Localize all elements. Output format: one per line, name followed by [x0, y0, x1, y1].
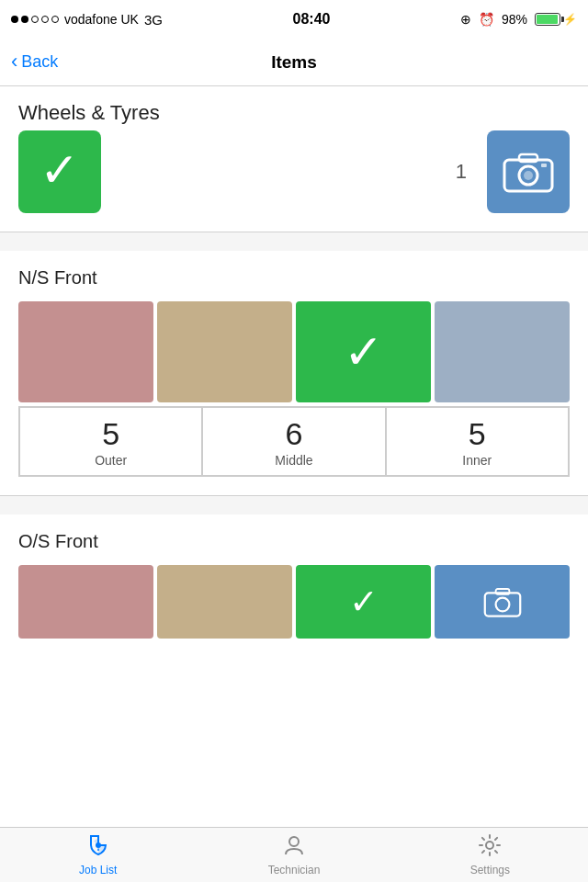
tread-middle-label: Middle [275, 453, 312, 468]
wheels-section-header: Wheels & Tyres [0, 86, 588, 130]
ns-color-bluegray[interactable] [435, 301, 570, 402]
carrier-text: vodafone UK [64, 12, 139, 27]
tread-outer-label: Outer [95, 453, 127, 468]
tab-job-list-label: Job List [79, 864, 117, 876]
svg-rect-2 [519, 154, 537, 162]
os-color-red[interactable] [18, 565, 153, 639]
battery-percent: 98% [502, 12, 527, 27]
wheels-section-title: Wheels & Tyres [18, 101, 160, 124]
os-camera-icon [483, 586, 522, 617]
wheels-check-button[interactable]: ✓ [18, 130, 101, 213]
ns-color-tan[interactable] [157, 301, 292, 402]
tread-grid: 5 Outer 6 Middle 5 Inner [18, 406, 570, 477]
camera-button[interactable] [487, 130, 570, 213]
status-right: ⊕ ⏰ 98% ⚡ [460, 12, 577, 27]
ns-check-icon: ✓ [344, 328, 384, 376]
os-front-title: O/S Front [18, 531, 570, 552]
photo-count: 1 [456, 160, 467, 184]
status-left: vodafone UK 3G [11, 12, 163, 28]
section-spacer-2 [0, 496, 588, 514]
back-button[interactable]: ‹ Back [11, 52, 58, 72]
nav-bar: ‹ Back Items [0, 39, 588, 86]
signal-dot-4 [41, 16, 49, 23]
back-chevron-icon: ‹ [11, 51, 17, 72]
os-color-blue[interactable] [435, 565, 570, 639]
time-display: 08:40 [293, 11, 331, 28]
os-color-green[interactable]: ✓ [296, 565, 431, 639]
os-check-icon: ✓ [349, 584, 379, 619]
lock-icon: ⊕ [460, 12, 471, 27]
svg-point-3 [524, 171, 533, 180]
svg-rect-5 [484, 594, 519, 616]
tab-bar: Job List Technician Settings [0, 827, 588, 882]
tread-inner-label: Inner [462, 453, 492, 468]
ns-color-red[interactable] [18, 301, 153, 402]
ns-front-title: N/S Front [18, 267, 570, 288]
tread-inner-value: 5 [469, 417, 486, 451]
os-color-tan[interactable] [157, 565, 292, 639]
tab-technician[interactable]: Technician [196, 833, 391, 876]
tab-job-list[interactable]: Job List [0, 833, 196, 876]
battery-indicator: ⚡ [535, 13, 577, 26]
camera-icon [503, 151, 554, 193]
tread-inner[interactable]: 5 Inner [386, 407, 569, 476]
signal-dot-3 [31, 16, 39, 23]
tread-middle-value: 6 [286, 417, 303, 451]
svg-rect-4 [541, 164, 547, 167]
signal-dots [11, 16, 59, 23]
ns-front-section: N/S Front ✓ 5 Outer 6 Middle 5 Inner [0, 251, 588, 496]
svg-point-9 [289, 837, 299, 846]
os-color-grid: ✓ [18, 565, 570, 639]
content-area: Wheels & Tyres ✓ 1 N/S Front ✓ [0, 86, 588, 827]
svg-rect-7 [495, 589, 509, 594]
technician-icon [282, 833, 306, 861]
svg-point-10 [486, 842, 493, 849]
signal-dot-2 [21, 16, 28, 23]
check-icon: ✓ [40, 146, 80, 194]
job-list-icon [86, 833, 110, 861]
svg-point-6 [495, 598, 509, 612]
signal-dot-5 [51, 16, 59, 23]
wheels-section-content: ✓ 1 [0, 130, 588, 232]
page-title: Items [271, 52, 317, 73]
tab-settings-label: Settings [470, 864, 510, 876]
os-front-section: O/S Front ✓ [0, 514, 588, 639]
tread-middle[interactable]: 6 Middle [202, 407, 385, 476]
tread-outer-value: 5 [102, 417, 119, 451]
back-label: Back [21, 52, 58, 72]
tread-outer[interactable]: 5 Outer [19, 407, 202, 476]
ns-color-green[interactable]: ✓ [296, 301, 431, 402]
status-bar: vodafone UK 3G 08:40 ⊕ ⏰ 98% ⚡ [0, 0, 588, 39]
signal-dot-1 [11, 16, 18, 23]
tab-settings[interactable]: Settings [392, 833, 588, 876]
tab-technician-label: Technician [268, 864, 321, 876]
settings-icon [478, 833, 502, 861]
alarm-icon: ⏰ [479, 12, 494, 27]
ns-color-grid: ✓ [18, 301, 570, 402]
charging-icon: ⚡ [563, 13, 577, 26]
section-spacer-1 [0, 232, 588, 251]
network-type: 3G [144, 12, 163, 28]
